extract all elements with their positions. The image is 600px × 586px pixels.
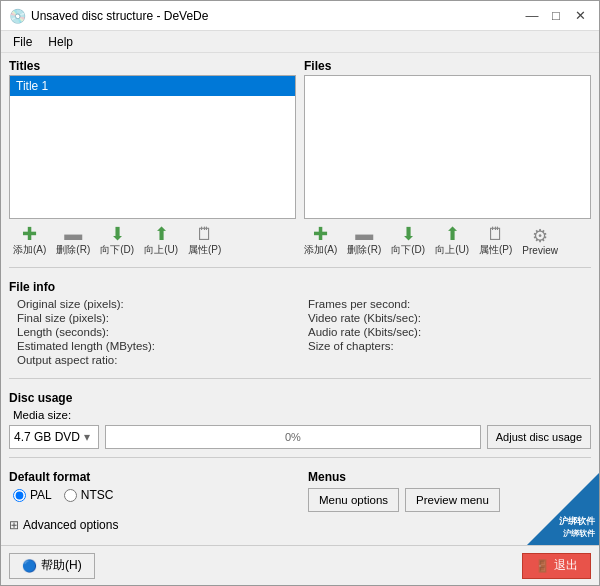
exit-button[interactable]: 🚪 退出 — [522, 553, 591, 579]
app-icon: 💿 — [9, 8, 25, 24]
disc-usage-section: Disc usage Media size: 4.7 GB DVD ▾ 0% A… — [9, 391, 591, 449]
titles-panel: Titles Title 1 — [9, 59, 296, 219]
advanced-options-row[interactable]: ⊞ Advanced options — [9, 518, 591, 532]
exit-icon: 🚪 — [535, 559, 550, 573]
files-down-button[interactable]: ⬇ 向下(D) — [387, 223, 429, 259]
titles-props-label: 属性(P) — [188, 243, 221, 257]
files-add-button[interactable]: ✚ 添加(A) — [300, 223, 341, 259]
remove-icon: ▬ — [64, 225, 82, 243]
arrow-up-icon-2: ⬆ — [445, 225, 460, 243]
files-remove-label: 删除(R) — [347, 243, 381, 257]
arrow-down-icon: ⬇ — [110, 225, 125, 243]
files-up-button[interactable]: ⬆ 向上(U) — [431, 223, 473, 259]
titles-up-button[interactable]: ⬆ 向上(U) — [140, 223, 182, 259]
files-toolbar: ✚ 添加(A) ▬ 删除(R) ⬇ 向下(D) ⬆ 向上(U) 🗒 属性( — [300, 223, 591, 259]
ntsc-radio[interactable] — [64, 489, 77, 502]
format-radio-group: PAL NTSC — [9, 488, 292, 502]
close-button[interactable]: ✕ — [569, 5, 591, 27]
files-props-button[interactable]: 🗒 属性(P) — [475, 223, 516, 259]
titles-down-button[interactable]: ⬇ 向下(D) — [96, 223, 138, 259]
pal-label: PAL — [30, 488, 52, 502]
separator-1 — [9, 267, 591, 268]
fps-label: Frames per second: — [308, 298, 591, 310]
main-content: Titles Title 1 Files ✚ 添加(A) ▬ — [1, 53, 599, 545]
disc-usage-row: 4.7 GB DVD ▾ 0% Adjust disc usage — [9, 425, 591, 449]
media-size-label: Media size: — [9, 409, 591, 421]
ntsc-label: NTSC — [81, 488, 114, 502]
help-button[interactable]: 🔵 帮助(H) — [9, 553, 95, 579]
default-format-title: Default format — [9, 470, 292, 484]
window-title: Unsaved disc structure - DeVeDe — [31, 9, 521, 23]
original-size-label: Original size (pixels): — [17, 298, 300, 310]
arrow-up-icon: ⬆ — [154, 225, 169, 243]
file-info-grid: Original size (pixels): Frames per secon… — [9, 298, 591, 366]
titles-listbox[interactable]: Title 1 — [9, 75, 296, 219]
final-size-label: Final size (pixels): — [17, 312, 300, 324]
file-info-title: File info — [9, 280, 591, 294]
help-label: 帮助(H) — [41, 557, 82, 574]
estimated-label: Estimated length (MBytes): — [17, 340, 300, 352]
preview-icon: ⚙ — [532, 227, 548, 245]
files-listbox[interactable] — [304, 75, 591, 219]
titles-toolbar: ✚ 添加(A) ▬ 删除(R) ⬇ 向下(D) ⬆ 向上(U) 🗒 属性( — [9, 223, 300, 259]
files-down-label: 向下(D) — [391, 243, 425, 257]
separator-2 — [9, 378, 591, 379]
remove-icon-2: ▬ — [355, 225, 373, 243]
titles-props-button[interactable]: 🗒 属性(P) — [184, 223, 225, 259]
progress-text: 0% — [285, 431, 301, 443]
top-panels: Titles Title 1 Files — [9, 59, 591, 219]
advanced-options-label: Advanced options — [23, 518, 118, 532]
help-menu[interactable]: Help — [40, 33, 81, 51]
titles-add-label: 添加(A) — [13, 243, 46, 257]
file-menu[interactable]: File — [5, 33, 40, 51]
add-icon: ✚ — [22, 225, 37, 243]
media-select[interactable]: 4.7 GB DVD ▾ — [9, 425, 99, 449]
adjust-disc-button[interactable]: Adjust disc usage — [487, 425, 591, 449]
add-icon-2: ✚ — [313, 225, 328, 243]
disc-usage-title: Disc usage — [9, 391, 591, 405]
output-aspect-label: Output aspect ratio: — [17, 354, 300, 366]
titles-down-label: 向下(D) — [100, 243, 134, 257]
default-format-section: Default format PAL NTSC — [9, 470, 292, 502]
menu-bar: File Help — [1, 31, 599, 53]
titles-label: Titles — [9, 59, 296, 73]
window-controls: — □ ✕ — [521, 5, 591, 27]
files-up-label: 向上(U) — [435, 243, 469, 257]
files-remove-button[interactable]: ▬ 删除(R) — [343, 223, 385, 259]
titles-remove-button[interactable]: ▬ 删除(R) — [52, 223, 94, 259]
expand-icon: ⊞ — [9, 518, 19, 532]
ntsc-radio-label[interactable]: NTSC — [64, 488, 114, 502]
help-icon: 🔵 — [22, 559, 37, 573]
file-info-section: File info Original size (pixels): Frames… — [9, 276, 591, 370]
progress-bar: 0% — [105, 425, 481, 449]
watermark: 沪绑软件 沪绑软件 — [527, 473, 599, 545]
titles-up-label: 向上(U) — [144, 243, 178, 257]
pal-radio[interactable] — [13, 489, 26, 502]
props-icon: 🗒 — [196, 225, 214, 243]
props-icon-2: 🗒 — [487, 225, 505, 243]
titles-add-button[interactable]: ✚ 添加(A) — [9, 223, 50, 259]
minimize-button[interactable]: — — [521, 5, 543, 27]
chapters-label: Size of chapters: — [308, 340, 591, 352]
maximize-button[interactable]: □ — [545, 5, 567, 27]
menu-options-button[interactable]: Menu options — [308, 488, 399, 512]
arrow-down-icon-2: ⬇ — [401, 225, 416, 243]
exit-label: 退出 — [554, 557, 578, 574]
preview-label: Preview — [522, 245, 558, 256]
title-item-1[interactable]: Title 1 — [10, 76, 295, 96]
title-bar: 💿 Unsaved disc structure - DeVeDe — □ ✕ — [1, 1, 599, 31]
files-props-label: 属性(P) — [479, 243, 512, 257]
files-label: Files — [304, 59, 591, 73]
media-value: 4.7 GB DVD — [14, 430, 80, 444]
toolbars-row: ✚ 添加(A) ▬ 删除(R) ⬇ 向下(D) ⬆ 向上(U) 🗒 属性( — [9, 223, 591, 259]
length-label: Length (seconds): — [17, 326, 300, 338]
output-aspect-value — [308, 354, 591, 366]
titles-remove-label: 删除(R) — [56, 243, 90, 257]
audio-rate-label: Audio rate (Kbits/sec): — [308, 326, 591, 338]
pal-radio-label[interactable]: PAL — [13, 488, 52, 502]
separator-3 — [9, 457, 591, 458]
bottom-row: Default format PAL NTSC Menus Menu optio — [9, 470, 591, 512]
footer: 🔵 帮助(H) 🚪 退出 — [1, 545, 599, 585]
preview-button[interactable]: ⚙ Preview — [518, 225, 562, 258]
preview-menu-button[interactable]: Preview menu — [405, 488, 500, 512]
